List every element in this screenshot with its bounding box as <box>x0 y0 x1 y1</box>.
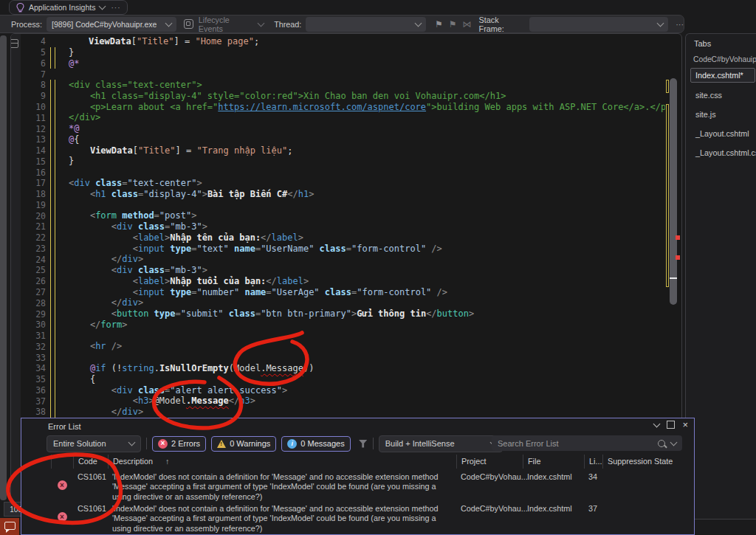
warnings-toggle-button[interactable]: 0 Warnings <box>211 436 276 452</box>
window-position-icon[interactable] <box>653 420 661 427</box>
code-text: ViewData["Title"] = "Home page"; <box>55 36 259 47</box>
line-number: 22 <box>21 232 50 243</box>
sidebar-item-site-css[interactable]: site.css <box>686 86 756 105</box>
code-line-14[interactable]: 14 ViewData["Title"] = "Trang nhập liệu"… <box>21 145 665 156</box>
lifecycle-events-label[interactable]: Lifecycle Events <box>199 15 254 33</box>
code-line-20[interactable]: 20 <form method="post"> <box>21 210 665 221</box>
flag-icon[interactable]: ⚑ <box>435 19 443 30</box>
code-line-16[interactable]: 16 <box>21 167 665 178</box>
code-line-30[interactable]: 30 </form> <box>21 320 665 331</box>
application-insights-button[interactable]: Application Insights ··· <box>9 0 128 15</box>
left-edge-strip[interactable] <box>0 35 7 500</box>
line-number: 36 <box>21 385 50 396</box>
sidebar-item--layout-cshtml[interactable]: _Layout.cshtml <box>686 124 756 143</box>
column-code[interactable]: Code <box>73 455 108 469</box>
code-line-4[interactable]: 4 ViewData["Title"] = "Home page"; <box>21 36 665 47</box>
chevron-down-icon <box>258 19 265 27</box>
sidebar-item--layout-cshtml-css[interactable]: _Layout.cshtml.css <box>686 143 756 162</box>
modified-line-bar <box>50 189 55 200</box>
search-error-list-input[interactable]: Search Error List <box>492 435 682 451</box>
code-line-9[interactable]: 9 <h1 class="display-4" style="color:red… <box>21 91 665 102</box>
line-number: 11 <box>21 113 50 123</box>
column-category[interactable] <box>51 455 73 469</box>
cell-line: 34 <box>584 470 602 482</box>
code-line-11[interactable]: 11</div> <box>21 112 665 123</box>
stack-frame-dropdown[interactable] <box>529 17 669 32</box>
cell-code: CS1061 <box>73 470 108 482</box>
column-severity[interactable] <box>21 455 51 469</box>
feedback-bubble-icon[interactable] <box>0 518 19 535</box>
code-line-21[interactable]: 21 <div class="mb-3"> <box>21 221 665 232</box>
maximize-icon[interactable] <box>667 421 675 429</box>
warning-icon <box>217 440 226 448</box>
code-line-35[interactable]: 35 { <box>21 374 665 385</box>
code-line-19[interactable]: 19 <box>21 199 665 210</box>
chevron-down-icon <box>99 3 106 10</box>
process-dropdown[interactable]: [9896] CodeC#byVohauipr.exe <box>47 17 176 32</box>
code-text: { <box>57 374 95 385</box>
code-line-15[interactable]: 15} <box>21 156 665 167</box>
sidebar-item-site-js[interactable]: site.js <box>686 105 756 124</box>
code-line-24[interactable]: 24 </div> <box>21 254 665 265</box>
scrollbar-error-mark <box>676 255 680 260</box>
code-line-31[interactable]: 31 <box>21 331 665 342</box>
vertical-scrollbar-thumb[interactable] <box>670 78 677 305</box>
thread-dropdown[interactable] <box>306 17 426 32</box>
more-options-icon[interactable]: ··· <box>111 4 120 12</box>
code-line-5[interactable]: 5} <box>21 47 665 58</box>
build-intellisense-dropdown[interactable]: Build + IntelliSense <box>379 435 503 452</box>
code-line-22[interactable]: 22 <label>Nhập tên của bạn:</label> <box>21 232 665 244</box>
column-file[interactable]: File <box>523 455 584 469</box>
show-threads-icon[interactable]: ⋈ <box>463 19 472 30</box>
code-line-8[interactable]: 8<div class="text-center"> <box>21 80 665 91</box>
code-line-37[interactable]: 37 <h3>@Model.Message</h3> <box>21 396 665 407</box>
breakpoint-gutter[interactable] <box>11 34 21 514</box>
code-line-38[interactable]: 38 </div> <box>21 407 665 418</box>
code-line-18[interactable]: 18 <h1 class="display-4">Bài tập Biến C#… <box>21 189 665 200</box>
line-number: 10 <box>21 102 50 112</box>
code-line-36[interactable]: 36 <div class="alert alert-success"> <box>21 385 665 396</box>
modified-line-bar <box>50 265 55 276</box>
flag-threads-icon[interactable]: ⚑ <box>449 19 457 30</box>
code-line-29[interactable]: 29 <button type="submit" class="btn btn-… <box>21 308 665 320</box>
toolbar-overflow-icon[interactable]: ··· <box>676 20 684 29</box>
line-number: 31 <box>21 331 50 341</box>
code-line-10[interactable]: 10 <p>Learn about <a href="https://learn… <box>21 102 665 113</box>
code-text: <label>Nhập tuổi của bạn:</label> <box>57 276 309 287</box>
line-number: 27 <box>21 287 50 297</box>
code-line-17[interactable]: 17<div class="text-center"> <box>21 178 665 189</box>
application-insights-label: Application Insights <box>29 3 95 12</box>
column-suppression-state[interactable]: Suppression State <box>602 455 694 469</box>
code-line-34[interactable]: 34 @if (!string.IsNullOrEmpty(Model.Mess… <box>21 363 665 374</box>
code-line-23[interactable]: 23 <input type="text" name="UserName" cl… <box>21 244 665 255</box>
description-label: Description <box>113 457 153 466</box>
split-editor-icon[interactable] <box>10 39 18 48</box>
code-line-13[interactable]: 13@{ <box>21 134 665 145</box>
search-placeholder: Search Error List <box>498 439 652 448</box>
code-line-6[interactable]: 6@* <box>21 58 665 69</box>
column-line[interactable]: Li... <box>584 455 602 469</box>
messages-toggle-button[interactable]: i 0 Messages <box>281 436 350 452</box>
scope-dropdown[interactable]: Entire Solution <box>47 435 141 452</box>
code-line-32[interactable]: 32 <hr /> <box>21 341 665 352</box>
column-project[interactable]: Project <box>456 455 523 469</box>
active-tab-index-cshtml[interactable]: Index.cshtml* <box>690 68 755 83</box>
filter-funnel-icon[interactable] <box>359 440 368 448</box>
error-row-1[interactable]: ×CS1061'IndexModel' does not contain a d… <box>21 470 694 502</box>
column-description[interactable]: Description ↑ <box>108 455 456 469</box>
close-icon[interactable]: × <box>682 421 688 429</box>
stack-frame-label: Stack Frame: <box>479 15 525 33</box>
errors-toggle-button[interactable]: × 2 Errors <box>152 436 206 452</box>
code-line-26[interactable]: 26 <label>Nhập tuổi của bạn:</label> <box>21 276 665 287</box>
build-filter-value: Build + IntelliSense <box>385 439 455 448</box>
error-icon: × <box>58 480 67 490</box>
code-line-12[interactable]: 12*@ <box>21 123 665 134</box>
modified-line-bar <box>50 363 55 374</box>
code-line-27[interactable]: 27 <input type="number" name="UserAge" c… <box>21 287 665 298</box>
code-line-33[interactable]: 33 <box>21 352 665 363</box>
code-line-28[interactable]: 28 </div> <box>21 297 665 308</box>
search-icon <box>658 440 665 447</box>
code-line-7[interactable]: 7 <box>21 69 665 80</box>
error-row-2[interactable]: ×CS1061'IndexModel' does not contain a d… <box>21 502 694 534</box>
code-line-25[interactable]: 25 <div class="mb-3"> <box>21 265 665 276</box>
